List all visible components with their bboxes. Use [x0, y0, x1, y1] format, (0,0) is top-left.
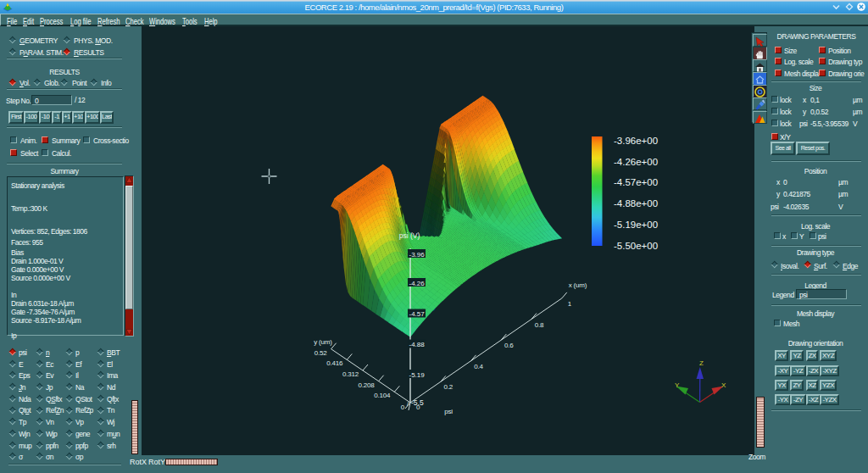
svg-text:0.6: 0.6	[504, 342, 514, 349]
svg-text:X: X	[721, 381, 726, 389]
svg-text:-5.19e+00: -5.19e+00	[614, 220, 658, 230]
svg-text:x (um): x (um)	[569, 281, 587, 289]
svg-text:-3.96e+00: -3.96e+00	[614, 136, 658, 146]
svg-text:Z: Z	[699, 359, 704, 367]
svg-text:0.2: 0.2	[444, 383, 453, 391]
svg-text:0.416: 0.416	[326, 359, 343, 367]
svg-text:Y: Y	[675, 381, 680, 389]
svg-text:-4.26: -4.26	[409, 280, 426, 287]
svg-text:1: 1	[568, 300, 572, 308]
svg-text:-3.96: -3.96	[409, 251, 426, 259]
svg-text:-5.5: -5.5	[411, 398, 424, 407]
svg-text:0.208: 0.208	[359, 381, 376, 389]
svg-text:0.52: 0.52	[314, 349, 328, 357]
svg-text:-4.57: -4.57	[409, 310, 426, 318]
svg-text:psi (V): psi (V)	[399, 231, 420, 240]
svg-text:0.8: 0.8	[535, 321, 544, 329]
svg-text:-5.50e+00: -5.50e+00	[614, 241, 658, 251]
svg-text:-4.88e+00: -4.88e+00	[614, 198, 658, 209]
svg-text:psi: psi	[444, 408, 453, 415]
svg-text:-5.19: -5.19	[409, 371, 426, 379]
svg-text:-4.26e+00: -4.26e+00	[614, 157, 658, 167]
svg-text:0.312: 0.312	[342, 370, 359, 378]
svg-text:y (um): y (um)	[314, 338, 332, 346]
svg-text:-4.88: -4.88	[409, 341, 426, 348]
svg-text:-4.57e+00: -4.57e+00	[614, 177, 658, 187]
svg-text:0.104: 0.104	[374, 392, 391, 399]
svg-text:0.4: 0.4	[474, 363, 483, 370]
